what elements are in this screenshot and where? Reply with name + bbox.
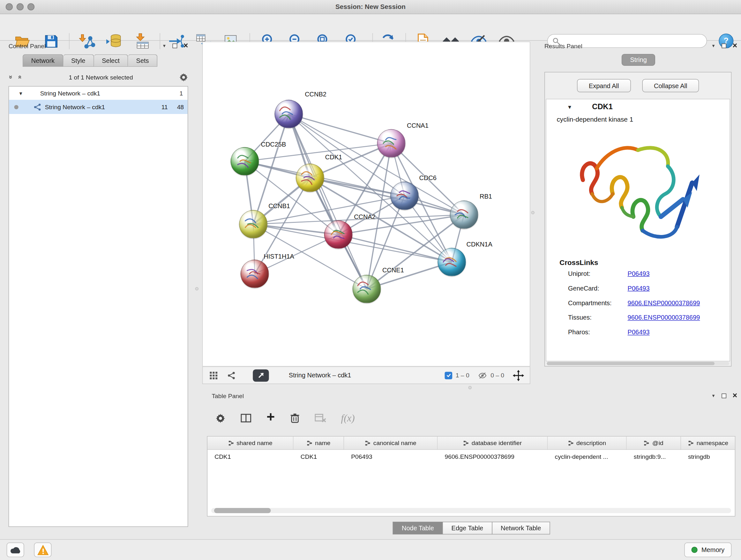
- network-node-ccna1[interactable]: [377, 129, 406, 158]
- add-column-button[interactable]: +: [266, 409, 275, 425]
- current-network-bullet-icon: [14, 105, 18, 109]
- tab-network-table[interactable]: Network Table: [492, 522, 550, 535]
- table-horizontal-scrollbar[interactable]: [211, 508, 731, 513]
- column-header-database-identifier[interactable]: database identifier: [437, 436, 548, 449]
- crosslink-value-link[interactable]: P06493: [628, 329, 650, 336]
- network-node-cdk1[interactable]: [296, 164, 324, 192]
- network-tree: ▼ String Network – cdk1 1 String Network…: [9, 86, 188, 527]
- network-selection-row: » » 1 of 1 Network selected: [8, 70, 188, 84]
- table-cell[interactable]: stringdb: [681, 450, 735, 463]
- pan-crosshair-icon[interactable]: [513, 370, 524, 381]
- detach-view-button[interactable]: [253, 369, 269, 381]
- column-header-canonical-name[interactable]: canonical name: [344, 436, 437, 449]
- table-cell[interactable]: CDK1: [207, 450, 293, 463]
- function-builder-button-disabled: f(x): [341, 412, 354, 424]
- network-node-label: CCNE1: [382, 267, 404, 274]
- network-node-ccnb1[interactable]: [239, 210, 267, 239]
- network-label: String Network – cdk1: [45, 104, 105, 111]
- table-cell[interactable]: stringdb:9...: [627, 450, 681, 463]
- table-tabs: Node TableEdge TableNetwork Table: [202, 522, 741, 535]
- hidden-count: 0 – 0: [490, 372, 504, 379]
- tab-sets[interactable]: Sets: [128, 54, 157, 67]
- crosslink-value-link[interactable]: 9606.ENSP00000378699: [628, 314, 700, 321]
- panel-menu-icon[interactable]: ▼: [711, 394, 716, 398]
- section-expander-icon[interactable]: ▼: [567, 104, 572, 110]
- network-node-ccnb2[interactable]: [274, 100, 303, 128]
- delete-trash-icon[interactable]: [290, 413, 300, 423]
- collapse-all-icon[interactable]: »: [8, 73, 15, 81]
- edge-count: 48: [168, 104, 184, 111]
- results-scrollbar[interactable]: [547, 362, 729, 365]
- table-header-row: shared namenamecanonical namedatabase id…: [207, 436, 735, 449]
- table-row[interactable]: CDK1CDK1P064939606.ENSP00000378699cyclin…: [207, 450, 735, 463]
- column-header--id[interactable]: @id: [627, 436, 681, 449]
- show-columns-icon[interactable]: [241, 414, 252, 423]
- grid-view-icon[interactable]: [209, 371, 218, 380]
- network-node-ccna2[interactable]: [324, 220, 353, 249]
- table-cell[interactable]: P06493: [344, 450, 437, 463]
- hidden-eye-icon[interactable]: [478, 371, 487, 380]
- network-row-selected[interactable]: String Network – cdk1 11 48: [9, 100, 188, 114]
- selected-checkbox-icon[interactable]: [445, 372, 453, 379]
- gene-description: cyclin-dependent kinase 1: [546, 115, 730, 123]
- column-header-name[interactable]: name: [293, 436, 344, 449]
- warnings-button[interactable]: [34, 543, 52, 557]
- tab-network[interactable]: Network: [23, 54, 63, 67]
- column-header-description[interactable]: description: [548, 436, 626, 449]
- tab-edge-table[interactable]: Edge Table: [442, 522, 492, 535]
- close-panel-icon[interactable]: ×: [184, 43, 188, 49]
- crosslink-value-link[interactable]: P06493: [628, 285, 650, 292]
- bottom-splitter-handle[interactable]: [468, 386, 472, 389]
- table-panel: Table Panel ▼ × + f(x) shared namenameca…: [202, 391, 741, 536]
- right-splitter-handle[interactable]: [531, 211, 534, 214]
- results-panel-title: Results Panel: [544, 43, 583, 50]
- network-options-gear-icon[interactable]: [179, 72, 188, 81]
- crosslink-label: GeneCard:: [568, 285, 628, 292]
- network-node-ccne1[interactable]: [353, 275, 381, 303]
- application-window: Session: New Session: [0, 0, 741, 560]
- tab-style[interactable]: Style: [63, 54, 94, 67]
- panel-menu-icon[interactable]: ▼: [162, 44, 166, 48]
- tab-select[interactable]: Select: [94, 54, 128, 67]
- table-cell[interactable]: 9606.ENSP00000378699: [437, 450, 548, 463]
- network-node-rb1[interactable]: [450, 200, 478, 229]
- tab-node-table[interactable]: Node Table: [393, 522, 443, 535]
- crosslink-value-link[interactable]: P06493: [628, 270, 650, 277]
- network-node-cdc6[interactable]: [390, 182, 419, 210]
- crosslink-value-link[interactable]: 9606.ENSP00000378699: [628, 300, 700, 307]
- left-splitter-handle[interactable]: [195, 287, 199, 290]
- table-cell[interactable]: CDK1: [293, 450, 344, 463]
- node-table[interactable]: shared namenamecanonical namedatabase id…: [207, 436, 736, 516]
- expand-all-button[interactable]: Expand All: [577, 79, 631, 92]
- column-header-namespace[interactable]: namespace: [681, 436, 735, 449]
- table-cell[interactable]: cyclin-dependent ...: [548, 450, 626, 463]
- title-bar: Session: New Session: [0, 0, 741, 14]
- gene-section: ▼ CDK1 cyclin-dependent kinase 1: [546, 99, 730, 361]
- network-view-icon[interactable]: [227, 371, 236, 380]
- gene-section-header[interactable]: ▼ CDK1: [546, 99, 730, 114]
- float-panel-icon[interactable]: [722, 394, 726, 398]
- network-node-hist1h1a[interactable]: [241, 260, 269, 288]
- control-panel-title: Control Panel: [9, 43, 46, 50]
- close-panel-icon[interactable]: ×: [732, 393, 737, 399]
- network-node-label: CCNA1: [407, 122, 428, 129]
- memory-button[interactable]: Memory: [684, 543, 732, 557]
- hidden-count-group: 0 – 0: [478, 371, 504, 380]
- network-node-cdc25b[interactable]: [231, 147, 259, 176]
- network-node-cdkn1a[interactable]: [437, 248, 466, 276]
- float-panel-icon[interactable]: [722, 44, 726, 48]
- expand-all-icon[interactable]: »: [15, 73, 23, 81]
- tab-string[interactable]: String: [622, 54, 656, 66]
- expander-triangle-icon[interactable]: ▼: [18, 91, 23, 96]
- crosslink-label: Tissues:: [568, 314, 628, 321]
- close-panel-icon[interactable]: ×: [732, 43, 737, 49]
- table-settings-gear-icon[interactable]: [215, 413, 225, 423]
- cloud-status-button[interactable]: [7, 543, 24, 557]
- collapse-all-button[interactable]: Collapse All: [642, 79, 699, 92]
- float-panel-icon[interactable]: [173, 44, 178, 48]
- network-collection-row[interactable]: ▼ String Network – cdk1 1: [9, 86, 188, 100]
- control-panel: Control Panel ▼ × NetworkStyleSelectSets…: [4, 41, 192, 531]
- network-canvas[interactable]: CCNB2CCNA1CDC25BCDK1CDC6RB1CCNB1CCNA2CDK…: [202, 42, 530, 367]
- column-header-shared-name[interactable]: shared name: [207, 436, 293, 449]
- panel-menu-icon[interactable]: ▼: [711, 44, 716, 48]
